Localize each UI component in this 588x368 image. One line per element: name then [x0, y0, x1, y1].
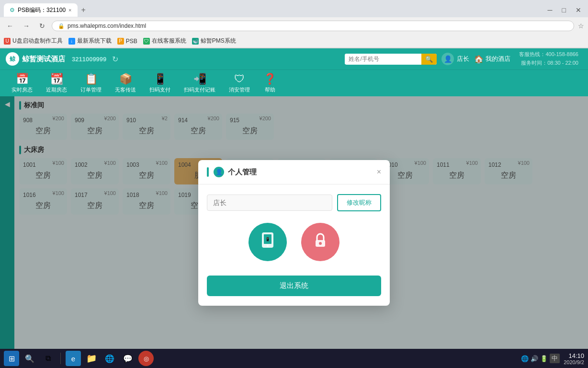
nav-icon-orders: 📋 [85, 73, 98, 85]
taskbar-volume-icon: 🔊 [531, 355, 538, 362]
bookmark-download[interactable]: ↓ 最新系统下载 [68, 37, 112, 45]
bookmark-icon-udisk: U [4, 38, 11, 45]
modal-phone-icon: 📱 [258, 230, 277, 254]
taskbar-folder-icon: 📁 [86, 353, 97, 364]
taskbar-start-btn[interactable]: ⊞ [4, 351, 19, 366]
tab-favicon: ⚙ [10, 7, 15, 13]
taskbar-windows-icon: ⊞ [9, 354, 15, 363]
bookmark-icon-pms: 🐋 [192, 38, 199, 45]
modal-icons-row: 📱 [207, 223, 381, 261]
hotel-num: 3211009999 [72, 56, 106, 63]
nav-label-recent: 近期房态 [46, 86, 67, 93]
tab-bar: ⚙ PSB编码：321100 × + ─ □ ✕ [0, 0, 588, 17]
taskbar-date-display: 2020/9/2 [564, 359, 584, 365]
new-tab-btn[interactable]: + [78, 4, 90, 16]
nav-icon-realtime: 📅 [16, 73, 29, 85]
modal-icon-lock[interactable] [301, 223, 339, 261]
nav-item-realtime[interactable]: 📅 实时房态 [5, 70, 39, 96]
support-line1: 客服热线：400-158-8866 [519, 50, 578, 59]
hotel-name: 鲸暂测试酒店 [22, 55, 65, 64]
minimize-btn[interactable]: ─ [545, 5, 555, 15]
taskbar-task-icon: ⧉ [45, 354, 51, 363]
bookmark-label-udisk: U盘启动盘制作工具 [12, 37, 63, 45]
url-box[interactable]: 🔒 pms.whalepms.com/index.html [52, 21, 574, 31]
svg-text:📱: 📱 [265, 237, 270, 242]
forward-btn[interactable]: → [20, 21, 33, 31]
bookmark-star-btn[interactable]: ☆ [578, 22, 584, 30]
bookmark-label-pms: 鲸暂PMS系统 [201, 37, 236, 45]
modal-close-btn[interactable]: × [377, 168, 381, 176]
nav-item-orders[interactable]: 📋 订单管理 [74, 70, 108, 96]
my-hotel-label: 我的酒店 [486, 55, 510, 63]
taskbar-wechat-btn[interactable]: 💬 [120, 351, 136, 366]
taskbar-wechat-icon: 💬 [123, 354, 133, 363]
tab-title: PSB编码：321100 [18, 6, 66, 14]
user-avatar: 👤 [441, 53, 454, 65]
taskbar-antivirus-btn[interactable]: ◎ [138, 351, 154, 366]
lock-icon: 🔒 [58, 23, 65, 29]
bookmark-pms[interactable]: 🐋 鲸暂PMS系统 [192, 37, 236, 45]
hotel-refresh-btn[interactable]: ↻ [112, 55, 118, 64]
nav-icon-transfer: 📦 [119, 73, 132, 85]
my-hotel-area[interactable]: 🏠 我的酒店 [474, 55, 510, 64]
nav-item-help[interactable]: ❓ 帮助 [257, 70, 283, 96]
home-icon: 🏠 [474, 55, 484, 64]
modal-title-bar [207, 167, 209, 177]
modal-overlay: 👤 个人管理 × 修改昵称 [0, 96, 588, 368]
modal-rename-btn[interactable]: 修改昵称 [337, 194, 381, 211]
modal-header: 👤 个人管理 × [198, 160, 390, 184]
svg-point-5 [319, 242, 322, 245]
bookmark-label-psb: PSB [126, 38, 137, 45]
browser-tab[interactable]: ⚙ PSB编码：321100 × [4, 3, 78, 17]
search-input[interactable] [345, 54, 421, 64]
taskbar-explorer-btn[interactable]: 📁 [84, 351, 99, 366]
maximize-btn[interactable]: □ [559, 5, 569, 15]
modal-icon-phone[interactable]: 📱 [249, 223, 287, 261]
nav-item-qrpay[interactable]: 📱 扫码支付 [143, 70, 177, 96]
modal-user-icon: 👤 [214, 167, 224, 177]
back-btn[interactable]: ← [4, 21, 16, 31]
modal-title: 👤 个人管理 [214, 167, 257, 177]
nav-label-transfer: 无客传送 [115, 86, 136, 93]
taskbar-battery-icon: 🔋 [540, 355, 548, 362]
taskbar-antivirus-icon: ◎ [144, 355, 149, 362]
taskbar-task-view-btn[interactable]: ⧉ [40, 351, 56, 366]
bookmark-label-download: 最新系统下载 [77, 37, 112, 45]
bookmark-psb[interactable]: P PSB [117, 38, 137, 45]
user-area[interactable]: 👤 店长 [441, 53, 469, 65]
modal-body: 修改昵称 📱 [198, 184, 390, 306]
taskbar-edge-btn[interactable]: e [66, 351, 81, 366]
nav-item-recent[interactable]: 📆 近期房态 [39, 70, 74, 96]
nav-item-security[interactable]: 🛡 消安管理 [222, 70, 257, 96]
browser-chrome: ⚙ PSB编码：321100 × + ─ □ ✕ ← → ↻ 🔒 pms.wha… [0, 0, 588, 48]
taskbar-search-btn[interactable]: 🔍 [22, 351, 37, 366]
modal-input-row: 修改昵称 [207, 194, 381, 211]
nav-item-qrrecord[interactable]: 📲 扫码支付记账 [177, 70, 222, 96]
window-close-btn[interactable]: ✕ [573, 5, 584, 15]
url-text: pms.whalepms.com/index.html [68, 23, 146, 29]
tab-close-btn[interactable]: × [68, 7, 71, 13]
taskbar-separator [60, 353, 61, 364]
taskbar-chrome-icon: 🌐 [105, 354, 114, 363]
search-box: 🔍 [345, 54, 437, 65]
modal-nickname-input[interactable] [207, 195, 332, 211]
taskbar-search-icon: 🔍 [25, 354, 34, 363]
search-button[interactable]: 🔍 [421, 54, 437, 65]
nav-label-qrrecord: 扫码支付记账 [184, 86, 215, 93]
nav-icon-help: ❓ [263, 73, 276, 85]
support-info: 客服热线：400-158-8866 服务时间：08:30 - 22:00 [515, 48, 582, 69]
refresh-btn[interactable]: ↻ [36, 21, 48, 31]
taskbar-time-display: 14:10 [564, 352, 584, 359]
nav-label-help: 帮助 [265, 86, 275, 93]
address-bar: ← → ↻ 🔒 pms.whalepms.com/index.html ☆ [0, 17, 588, 34]
taskbar-chrome-btn[interactable]: 🌐 [102, 351, 117, 366]
nav-item-transfer[interactable]: 📦 无客传送 [108, 70, 143, 96]
taskbar-clock: 14:10 2020/9/2 [564, 352, 584, 365]
bookmark-service[interactable]: 🛡 在线客服系统 [143, 37, 186, 45]
taskbar: ⊞ 🔍 ⧉ e 📁 🌐 💬 ◎ 🌐 🔊 🔋 中 14:10 2020/9/2 [0, 349, 588, 368]
nav-label-realtime: 实时房态 [11, 86, 33, 93]
modal-logout-btn[interactable]: 退出系统 [207, 276, 381, 296]
taskbar-lang-indicator[interactable]: 中 [550, 354, 560, 363]
bookmark-udisk[interactable]: U U盘启动盘制作工具 [4, 37, 63, 45]
nav-icon-qrpay: 📱 [154, 73, 167, 85]
